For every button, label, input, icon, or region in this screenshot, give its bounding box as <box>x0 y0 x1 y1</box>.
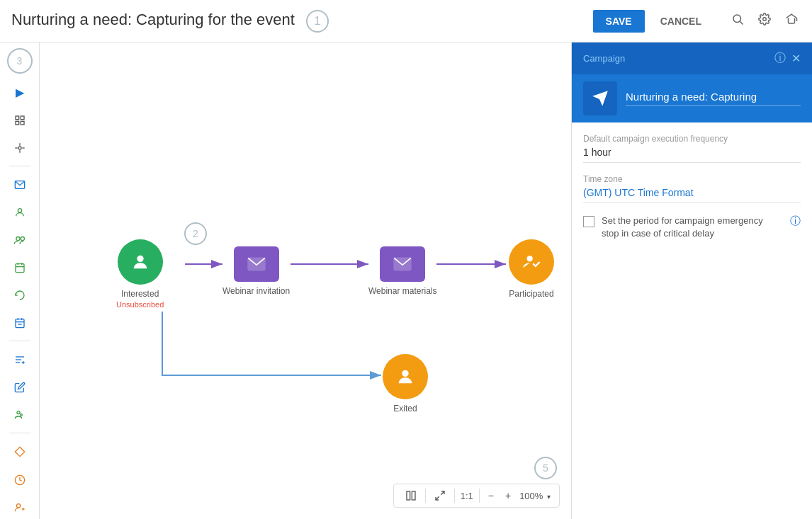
svg-rect-45 <box>407 491 410 500</box>
svg-point-35 <box>16 503 20 507</box>
svg-point-7 <box>18 147 21 149</box>
rp-frequency-label: Default campaign execution frequency <box>583 134 801 144</box>
svg-line-48 <box>436 496 439 500</box>
calendar-tool[interactable] <box>7 256 33 280</box>
node-interested-label: Interested <box>121 289 159 299</box>
crosshair-tool[interactable] <box>7 137 33 160</box>
svg-point-14 <box>16 237 19 241</box>
rp-campaign-icon <box>583 81 617 115</box>
rp-title: Campaign <box>583 53 625 64</box>
select-tool[interactable] <box>7 108 33 132</box>
node-exited[interactable]: Exited <box>383 354 428 414</box>
node-webinar-invitation[interactable]: Webinar invitation <box>222 246 290 296</box>
node-interested[interactable]: Interested Unsubscribed <box>116 239 164 309</box>
list-add-tool[interactable] <box>7 348 33 372</box>
toolbar-step-badge: 3 <box>7 48 33 74</box>
columns-button[interactable] <box>400 487 422 504</box>
rp-timezone-value[interactable]: (GMT) UTC Time Format <box>583 187 801 203</box>
fit-button[interactable] <box>429 487 451 504</box>
search-button[interactable] <box>728 10 747 32</box>
svg-point-15 <box>21 237 24 241</box>
svg-point-0 <box>733 15 741 23</box>
calendar2-tool[interactable] <box>7 312 33 335</box>
node-webinar-mat-label: Webinar materials <box>368 286 436 296</box>
emergency-stop-checkbox[interactable] <box>583 216 594 227</box>
rp-checkbox-info-icon[interactable]: ⓘ <box>790 215 801 228</box>
header-actions: SAVE CANCEL <box>593 10 801 33</box>
header: Nurturing a need: Capturing for the even… <box>0 0 812 42</box>
bottom-step-badge-5: 5 <box>534 457 557 479</box>
contact-tool[interactable] <box>7 201 33 224</box>
help-button[interactable] <box>782 10 801 32</box>
rp-header-icons: ⓘ ✕ <box>774 51 801 66</box>
rp-checkbox-row: Set the period for campaign emergency st… <box>583 215 801 240</box>
svg-point-32 <box>20 414 22 416</box>
group-tool[interactable] <box>7 229 33 252</box>
zoom-label: 100% ▾ <box>517 491 553 501</box>
diagram-step-badge-2: 2 <box>184 222 207 245</box>
svg-point-31 <box>17 411 20 414</box>
recurring-tool[interactable] <box>7 284 33 307</box>
svg-point-2 <box>763 18 767 21</box>
main-area: 3 ▶ <box>0 42 812 519</box>
node-webinar-materials[interactable]: Webinar materials <box>368 246 436 296</box>
svg-point-44 <box>402 370 408 377</box>
rp-info-button[interactable]: ⓘ <box>774 51 786 66</box>
left-toolbar: 3 ▶ <box>0 42 40 519</box>
svg-line-47 <box>441 491 444 495</box>
svg-marker-33 <box>15 447 24 457</box>
svg-rect-16 <box>16 264 24 273</box>
svg-point-43 <box>527 256 533 261</box>
svg-rect-46 <box>412 491 415 500</box>
person-add-tool[interactable] <box>7 496 33 519</box>
audience-tool[interactable] <box>7 404 33 427</box>
cancel-button[interactable]: CANCEL <box>653 10 709 33</box>
svg-rect-5 <box>16 121 19 125</box>
edit-tool[interactable] <box>7 376 33 399</box>
page-title: Nurturing a need: Capturing for the even… <box>11 10 593 33</box>
svg-point-13 <box>18 209 21 212</box>
cursor-tool[interactable]: ▶ <box>7 81 33 104</box>
svg-point-40 <box>137 256 143 262</box>
zoom-out-button[interactable]: − <box>483 487 500 504</box>
node-participated-label: Participated <box>509 289 553 299</box>
email-tool[interactable] <box>7 173 33 197</box>
node-webinar-inv-label: Webinar invitation <box>222 286 290 296</box>
rp-timezone-field: Time zone (GMT) UTC Time Format <box>583 174 801 203</box>
right-panel-header: Campaign ⓘ ✕ <box>572 42 812 74</box>
rp-campaign-name: Nurturing a need: Capturing <box>626 91 801 106</box>
rp-checkbox-label: Set the period for campaign emergency st… <box>602 215 779 240</box>
right-panel: Campaign ⓘ ✕ Nurturing a need: Capturing… <box>571 42 812 519</box>
svg-line-1 <box>740 21 743 24</box>
svg-rect-21 <box>16 319 24 328</box>
clock-tool[interactable] <box>7 468 33 491</box>
diamond-tool[interactable] <box>7 440 33 464</box>
svg-marker-49 <box>592 91 608 106</box>
diagram-canvas[interactable]: 2 Interested Unsubscribed Webinar invita… <box>40 42 571 519</box>
save-button[interactable]: SAVE <box>593 10 645 33</box>
node-interested-sublabel: Unsubscribed <box>116 300 164 309</box>
rp-campaign-row: Nurturing a need: Capturing <box>572 74 812 122</box>
node-participated[interactable]: Participated <box>509 239 554 299</box>
svg-rect-4 <box>21 116 24 120</box>
rp-frequency-field: Default campaign execution frequency 1 h… <box>583 134 801 163</box>
arrow-unsubscribed-exited <box>162 312 381 375</box>
zoom-in-button[interactable]: + <box>500 487 517 504</box>
svg-rect-6 <box>21 121 24 125</box>
settings-button[interactable] <box>755 10 774 32</box>
svg-rect-3 <box>16 116 19 120</box>
rp-body: Default campaign execution frequency 1 h… <box>572 122 812 519</box>
ratio-label: 1:1 <box>458 491 476 501</box>
title-text: Nurturing a need: Capturing for the even… <box>11 11 295 28</box>
node-exited-label: Exited <box>393 404 417 414</box>
rp-timezone-label: Time zone <box>583 174 801 184</box>
rp-close-button[interactable]: ✕ <box>791 51 801 66</box>
step-badge-1: 1 <box>306 10 329 33</box>
rp-frequency-value[interactable]: 1 hour <box>583 147 801 163</box>
bottom-controls: 1:1 − + 100% ▾ <box>393 484 560 508</box>
